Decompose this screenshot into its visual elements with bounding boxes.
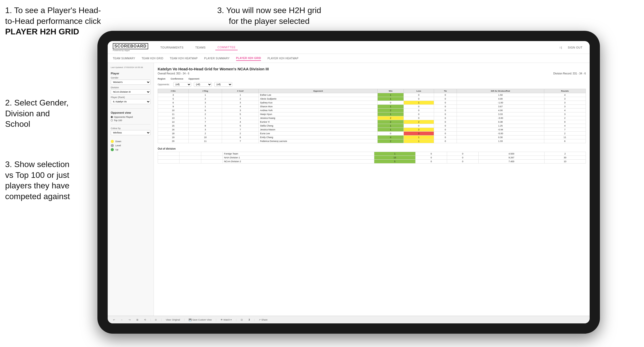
cell-name: NCAA Division 2 (223, 160, 374, 163)
cell-conf (201, 160, 223, 163)
cell-name: Stella Cheng (259, 124, 378, 128)
cell-reg (179, 160, 201, 163)
filter-conf-label: Conference (171, 78, 184, 80)
out-of-division-title: Out of division (158, 147, 586, 150)
radio-opponents-played[interactable]: Opponents Played (111, 116, 150, 118)
instruction-step2: 2. Select Gender, Division and School (5, 98, 92, 130)
subnav-team-summary[interactable]: TEAM SUMMARY (113, 56, 135, 61)
toolbar-redo[interactable]: ↪ (127, 318, 132, 322)
nav-committee[interactable]: COMMITTEE (215, 45, 238, 50)
color-label-up: Up (115, 148, 118, 151)
cell-rounds: 3 (544, 97, 586, 101)
toolbar-refresh[interactable]: ⟲ (143, 318, 148, 322)
cell-div: 9 (158, 105, 189, 109)
toolbar-watch[interactable]: 👁 Watch ▾ (219, 318, 233, 322)
instruction-step1: 1. To see a Player's Head- to-Head perfo… (5, 5, 103, 37)
filter-region-select[interactable]: (All) (173, 82, 191, 87)
toolbar-save-custom[interactable]: 💾 Save Custom View (187, 318, 213, 322)
cell-div: 10 (158, 109, 189, 112)
nav-signout[interactable]: Sign out (566, 45, 585, 50)
cell-loss: 0 (404, 93, 434, 97)
toolbar-undo[interactable]: ↩ (112, 318, 117, 322)
toolbar-back[interactable]: ← (119, 318, 125, 322)
sidebar-colour-select[interactable]: Win/loss (111, 130, 150, 135)
grid-area: Katelyn Vo Head-to-Head Grid for Women's… (154, 63, 590, 316)
cell-conf: 2 (222, 132, 259, 136)
cell-rounds: 9 (544, 120, 586, 124)
division-record-value: 331 - 34 - 6 (573, 72, 586, 75)
cell-conf: 6 (222, 136, 259, 139)
col-div: # Div (158, 89, 189, 93)
radio-label-top100: Top 100 (114, 119, 122, 122)
cell-tie: 0 (434, 93, 457, 97)
table-row: 5 2 2 Alexis Sudjianto 1 0 0 4.00 3 (158, 97, 586, 101)
cell-reg: 1 (188, 93, 222, 97)
cell-diff: 4.00 (457, 97, 544, 101)
filter-opp-label: Opponent (188, 78, 199, 80)
overall-record-value: 353 - 34 - 6 (176, 72, 189, 75)
subnav-team-h2h-grid[interactable]: TEAM H2H GRID (142, 56, 164, 61)
radio-top100[interactable]: Top 100 (111, 119, 150, 122)
toolbar-share[interactable]: ↗ Share (257, 318, 269, 322)
cell-rounds: 3 (544, 101, 586, 105)
subnav-player-summary[interactable]: PLAYER SUMMARY (204, 56, 229, 61)
cell-loss: 0 (404, 109, 434, 112)
nav-icon: i | (560, 46, 562, 49)
h2h-table: # Div # Reg # Conf Opponent Win Loss Tie… (158, 89, 586, 143)
cell-conf: 7 (222, 139, 259, 143)
cell-win: 2 (378, 120, 404, 124)
sidebar-gender-label: Gender (111, 76, 150, 79)
color-label-level: Level (115, 144, 121, 147)
grid-title: Katelyn Vo Head-to-Head Grid for Women's… (158, 67, 586, 71)
cell-conf: 4 (222, 120, 259, 124)
cell-div: 19 (158, 136, 189, 139)
toolbar-alert[interactable]: ∄ (247, 318, 251, 322)
cell-win: 1 (378, 128, 404, 132)
cell-conf: 1 (222, 116, 259, 120)
filter-opponent: Opponent (188, 78, 199, 80)
cell-win: 15 (374, 156, 415, 160)
table-row: 13 1 1 Jessica Huang 2 0 0 -3.00 2 (158, 116, 586, 120)
table-row: 19 10 6 Emily Chang 4 1 0 0.30 11 (158, 136, 586, 139)
sidebar: Last Updated: 27/03/2024 16:55:38 Player… (108, 63, 154, 316)
cell-loss: 0 (416, 160, 447, 163)
cell-loss: 3 (404, 132, 434, 136)
cell-conf: 1 (222, 93, 259, 97)
cell-tie: 0 (434, 120, 457, 124)
cell-reg: 11 (188, 139, 222, 143)
subnav-player-h2h-grid[interactable]: PLAYER H2H GRID (236, 56, 261, 61)
nav-tournaments[interactable]: TOURNAMENTS (158, 45, 186, 50)
toolbar-view-original[interactable]: View: Original (164, 318, 182, 322)
cell-div (158, 160, 179, 163)
bottom-toolbar: ↩ ← ↪ ⊞ ⟲ | ⊙ | View: Original | 💾 Save … (108, 316, 590, 323)
subnav-team-h2h-heatmap[interactable]: TEAM H2H HEATMAP (170, 56, 198, 61)
color-legend: Down Level Up (111, 140, 150, 151)
filter-opp-select[interactable]: (All) (214, 82, 232, 87)
col-loss: Loss (404, 89, 434, 93)
toolbar-layout[interactable]: ⊡ (239, 318, 244, 322)
cell-name: Euna Lee (259, 132, 378, 136)
cell-div (158, 152, 179, 156)
cell-conf: 7 (222, 128, 259, 132)
cell-tie: 0 (434, 132, 457, 136)
sidebar-player-select[interactable]: 8. Katelyn Vo (111, 99, 150, 104)
filter-conf-select[interactable]: (All) (194, 82, 212, 87)
cell-diff: 1.25 (457, 124, 544, 128)
ood-table-row: NAIA Division 1 15 0 0 9.267 30 (158, 156, 586, 160)
table-row: 18 2 2 Euna Lee 0 3 0 -5.00 2 (158, 132, 586, 136)
cell-tie: 0 (434, 112, 457, 116)
color-row-level: Level (111, 144, 150, 147)
toolbar-clock[interactable]: ⊙ (153, 318, 158, 322)
sidebar-division-select[interactable]: NCAA Division III NCAA Division I NCAA D… (111, 89, 150, 94)
cell-win: 2 (378, 116, 404, 120)
sidebar-timestamp: Last Updated: 27/03/2024 16:55:38 (111, 66, 150, 69)
subnav-player-h2h-heatmap[interactable]: PLAYER H2H HEATMAP (267, 56, 298, 61)
toolbar-grid-icon[interactable]: ⊞ (135, 318, 140, 322)
filter-conference: Conference (171, 78, 184, 80)
sidebar-gender-select[interactable]: Women's Men's (111, 80, 150, 85)
nav-teams[interactable]: TEAMS (193, 45, 208, 50)
cell-win: 1 (378, 93, 404, 97)
cell-rounds: 2 (544, 116, 586, 120)
cell-rounds: 4 (544, 93, 586, 97)
cell-loss: 0 (404, 124, 434, 128)
